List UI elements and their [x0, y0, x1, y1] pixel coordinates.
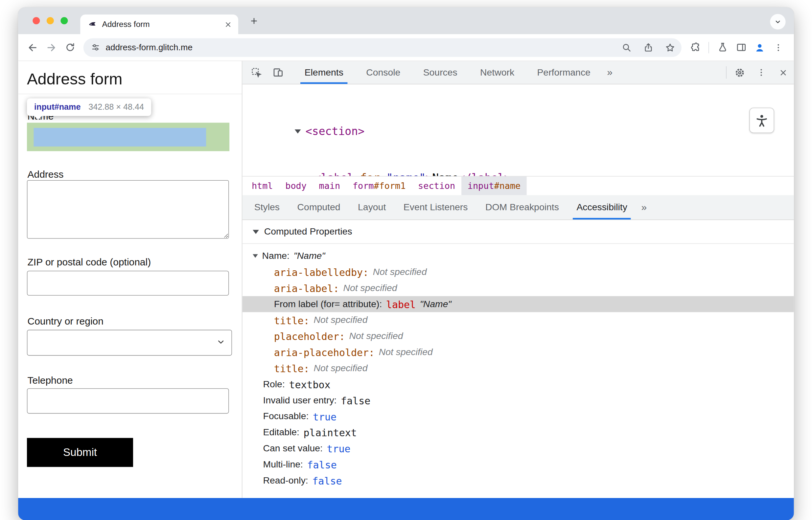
devtools-close-icon[interactable] [772, 61, 794, 84]
tab-event-listeners[interactable]: Event Listeners [395, 195, 477, 219]
desktop-wallpaper-strip [18, 498, 794, 520]
zoom-icon[interactable] [618, 39, 635, 55]
browser-tab[interactable]: Address form [80, 15, 238, 34]
new-tab-button[interactable] [246, 12, 262, 29]
breadcrumb-input-name[interactable]: input#name [461, 176, 527, 195]
a11y-prop-row[interactable]: aria-placeholder:Not specified [243, 344, 794, 360]
devtools-toolbar-separator [726, 67, 727, 79]
name-input[interactable] [27, 123, 229, 151]
tab-network[interactable]: Network [468, 61, 526, 84]
share-icon[interactable] [640, 39, 657, 55]
elements-tree: <section> <label for="name">Name</label>… [243, 84, 794, 176]
more-tabs-button[interactable]: » [602, 61, 618, 84]
tab-favicon-icon [87, 20, 97, 29]
a11y-prop-row[interactable]: placeholder:Not specified [243, 328, 794, 344]
browser-window: Address form [18, 7, 794, 520]
tab-search-button[interactable] [770, 14, 785, 30]
devtools-tab-bar: Elements Console Sources Network Perform… [293, 61, 618, 84]
zip-label: ZIP or postal code (optional) [28, 257, 151, 268]
from-label-value: "Name" [420, 298, 452, 309]
screenshot-root: Address form [0, 0, 812, 520]
a11y-detail-row: Multi-line:false [243, 457, 794, 473]
country-label: Country or region [28, 316, 103, 327]
tab-layout[interactable]: Layout [349, 195, 395, 219]
a11y-detail-row: Read-only:false [243, 473, 794, 489]
breadcrumb: html body main form#form1 section input#… [243, 176, 794, 195]
disclosure-triangle-icon[interactable] [295, 129, 301, 134]
tab-console[interactable]: Console [355, 61, 412, 84]
breadcrumb-section[interactable]: section [412, 176, 461, 195]
back-button[interactable] [23, 38, 42, 57]
window-content: Address form input#name 342.88 × 48.44 N… [18, 61, 794, 498]
tree-line-section-open[interactable]: <section> [243, 124, 794, 139]
minimize-window-button[interactable] [47, 17, 54, 24]
disclosure-triangle-icon[interactable] [253, 254, 258, 258]
breadcrumb-main[interactable]: main [313, 176, 346, 195]
tab-performance[interactable]: Performance [526, 61, 602, 84]
a11y-prop-row[interactable]: title:Not specified [243, 312, 794, 328]
tooltip-dimensions: 342.88 × 48.44 [88, 103, 144, 112]
bookmark-star-icon[interactable] [662, 39, 678, 55]
computed-properties-header[interactable]: Computed Properties [243, 220, 794, 244]
browser-menu-icon[interactable] [769, 38, 788, 57]
site-settings-icon[interactable] [91, 42, 101, 52]
accessibility-rows: Name: "Name" aria-labelledby:Not specifi… [243, 244, 794, 489]
sidebar-more-tabs-button[interactable]: » [636, 195, 652, 219]
a11y-name-label: Name: [262, 251, 289, 261]
zoom-window-button[interactable] [60, 17, 68, 24]
a11y-detail-row: Focusable:true [243, 408, 794, 424]
beaker-icon[interactable] [713, 38, 732, 57]
a11y-detail-row: Can set value:true [243, 441, 794, 457]
from-label-element: label [386, 298, 416, 310]
a11y-prop-row[interactable]: aria-labelledby:Not specified [243, 264, 794, 280]
forward-button[interactable] [42, 38, 61, 57]
tab-title: Address form [102, 20, 219, 29]
address-textarea[interactable] [27, 180, 229, 238]
submit-button[interactable]: Submit [27, 438, 133, 467]
accessibility-overlay-button[interactable] [749, 108, 774, 133]
browser-toolbar: address-form.glitch.me [18, 34, 794, 61]
tab-dom-breakpoints[interactable]: DOM Breakpoints [477, 195, 567, 219]
a11y-name-row[interactable]: Name: "Name" [243, 248, 794, 264]
address-bar[interactable]: address-form.glitch.me [83, 38, 682, 57]
disclosure-triangle-icon[interactable] [253, 230, 259, 234]
tab-sources[interactable]: Sources [412, 61, 468, 84]
a11y-name-value: "Name" [294, 251, 325, 261]
url-text: address-form.glitch.me [105, 42, 192, 52]
a11y-from-label-row[interactable]: From label (for= attribute): label "Name… [243, 296, 794, 312]
tab-styles[interactable]: Styles [246, 195, 288, 219]
devtools-panel: Elements Console Sources Network Perform… [243, 61, 794, 498]
a11y-prop-row[interactable]: aria-label:Not specified [243, 280, 794, 296]
toggle-device-toolbar-icon[interactable] [267, 61, 289, 84]
tree-line-label[interactable]: <label for="name">Name</label> [243, 170, 794, 176]
tab-accessibility[interactable]: Accessibility [568, 195, 636, 219]
devtools-toolbar: Elements Console Sources Network Perform… [243, 61, 794, 84]
reload-button[interactable] [60, 38, 79, 57]
profile-avatar-icon[interactable] [750, 38, 769, 57]
tab-close-icon[interactable] [224, 20, 232, 28]
a11y-prop-row[interactable]: title:Not specified [243, 360, 794, 376]
close-window-button[interactable] [32, 17, 40, 24]
page-pane: Address form input#name 342.88 × 48.44 N… [18, 61, 242, 498]
side-panel-icon[interactable] [732, 38, 751, 57]
devtools-settings-gear-icon[interactable] [729, 61, 750, 84]
page-divider [18, 94, 242, 94]
toolbar-separator [709, 42, 709, 53]
inspect-element-icon[interactable] [246, 61, 267, 84]
tooltip-element-name: input#name [34, 103, 81, 112]
tab-strip: Address form [18, 7, 794, 34]
breadcrumb-html[interactable]: html [246, 176, 279, 195]
tab-elements[interactable]: Elements [293, 61, 355, 84]
from-label-text: From label (for= attribute): [274, 298, 382, 309]
devtools-menu-kebab-icon[interactable] [750, 61, 772, 84]
extensions-icon[interactable] [685, 38, 704, 57]
tab-computed[interactable]: Computed [288, 195, 349, 219]
telephone-input[interactable] [27, 388, 229, 414]
zip-input[interactable] [27, 271, 229, 296]
breadcrumb-form[interactable]: form#form1 [346, 176, 412, 195]
window-controls [32, 17, 68, 24]
a11y-detail-row: Role:textbox [243, 376, 794, 393]
computed-properties-title: Computed Properties [264, 226, 352, 237]
country-select[interactable] [27, 330, 232, 356]
breadcrumb-body[interactable]: body [279, 176, 312, 195]
